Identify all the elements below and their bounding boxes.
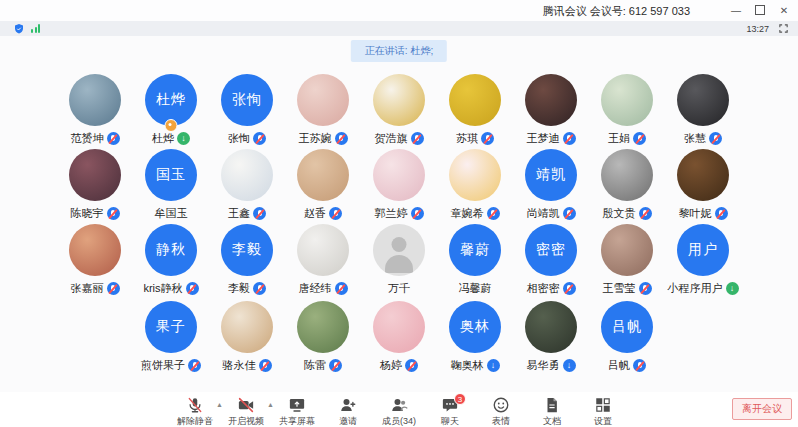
participant-tile[interactable]: 苏琪 — [437, 74, 513, 149]
participant-name: 王鑫 — [228, 206, 250, 221]
members-icon — [390, 396, 408, 414]
participant-tile[interactable]: 章婉希 — [437, 149, 513, 224]
avatar-initials: 吕帆 — [601, 301, 653, 353]
toolbar-item-share-screen[interactable]: 共享屏幕 — [278, 396, 316, 427]
participant-name: 贺浩旗 — [375, 131, 408, 146]
participant-nameline: 章婉希 — [451, 206, 500, 221]
participant-tile[interactable]: 杜烨杜烨 — [133, 74, 209, 149]
participant-tile[interactable]: 赵香 — [285, 149, 361, 224]
toolbar-item-label: 表情 — [492, 415, 510, 427]
mic-muted-icon — [487, 207, 500, 220]
participant-tile[interactable]: 用户小程序用户 — [665, 224, 741, 299]
restore-button[interactable] — [748, 0, 772, 20]
participant-name: 王雪莹 — [603, 281, 636, 296]
participant-name: 煎饼果子 — [141, 358, 185, 373]
toolbar-item-chat[interactable]: 3聊天 — [431, 396, 469, 427]
participant-name: 李毅 — [228, 281, 250, 296]
mic-active-icon — [563, 359, 576, 372]
participant-tile[interactable]: 馨蔚冯馨蔚 — [437, 224, 513, 299]
participant-tile[interactable]: 范赟坤 — [57, 74, 133, 149]
participant-tile[interactable]: 吕帆吕帆 — [589, 301, 665, 376]
toolbar-item-document[interactable]: 文档 — [533, 396, 571, 427]
fullscreen-icon[interactable] — [778, 23, 789, 34]
participant-tile[interactable]: 陈雷 — [285, 301, 361, 376]
participant-name: 张恂 — [228, 131, 250, 146]
participant-nameline: 尚靖凯 — [527, 206, 576, 221]
avatar-initials: 奥林 — [449, 301, 501, 353]
participant-tile[interactable]: 靖凯尚靖凯 — [513, 149, 589, 224]
participant-name: 赵香 — [304, 206, 326, 221]
leave-meeting-button[interactable]: 离开会议 — [732, 398, 792, 420]
participant-tile[interactable]: 王雪莹 — [589, 224, 665, 299]
participant-tile[interactable]: 万千 — [361, 224, 437, 299]
minimize-button[interactable]: — — [724, 0, 748, 20]
participant-nameline: 煎饼果子 — [141, 358, 201, 373]
emoji-icon — [492, 396, 510, 414]
participant-tile[interactable]: 王苏婉 — [285, 74, 361, 149]
toolbar-item-members[interactable]: 成员(34) — [380, 396, 418, 427]
meeting-window: 腾讯会议 会议号: 612 597 033 — ✕ 13:27 正在讲话: 杜烨… — [0, 0, 798, 427]
participant-tile[interactable]: 王梦迪 — [513, 74, 589, 149]
mic-muted-icon — [259, 359, 272, 372]
chevron-up-icon[interactable]: ▲ — [216, 401, 223, 408]
participant-tile[interactable]: 果子煎饼果子 — [133, 301, 209, 376]
participant-tile[interactable]: 密密相密密 — [513, 224, 589, 299]
toolbar-item-label: 成员(34) — [382, 415, 416, 427]
statusbar: 13:27 — [0, 21, 798, 36]
participant-nameline: 杜烨 — [152, 131, 190, 146]
mic-muted-icon — [329, 359, 342, 372]
participant-tile[interactable]: 唐经纬 — [285, 224, 361, 299]
toolbar-item-label: 聊天 — [441, 415, 459, 427]
shield-icon[interactable] — [13, 23, 25, 35]
participant-tile[interactable]: 贺浩旗 — [361, 74, 437, 149]
participant-tile[interactable]: 张嘉丽 — [57, 224, 133, 299]
close-button[interactable]: ✕ — [772, 0, 796, 20]
participant-tile[interactable]: 国玉牟国玉 — [133, 149, 209, 224]
participant-tile[interactable]: 殷文贵 — [589, 149, 665, 224]
participant-tile[interactable]: 奥林鞠奥林 — [437, 301, 513, 376]
participant-name: 郭兰婷 — [375, 206, 408, 221]
participant-tile[interactable]: 杨婷 — [361, 301, 437, 376]
participant-tile[interactable]: 张恂张恂 — [209, 74, 285, 149]
participant-nameline: 易华勇 — [527, 358, 576, 373]
toolbar-item-mic-off[interactable]: ▲解除静音 — [176, 396, 214, 427]
avatar-photo — [525, 301, 577, 353]
participant-tile[interactable]: 郭兰婷 — [361, 149, 437, 224]
toolbar-item-invite[interactable]: 邀请 — [329, 396, 367, 427]
avatar-photo — [373, 301, 425, 353]
mic-muted-icon — [563, 207, 576, 220]
mic-muted-icon — [107, 132, 120, 145]
toolbar-item-label: 共享屏幕 — [279, 415, 315, 427]
participant-nameline: 王娟 — [608, 131, 646, 146]
window-controls: — ✕ — [724, 0, 796, 20]
participant-nameline: 张恂 — [228, 131, 266, 146]
toolbar-item-apps[interactable]: 设置 — [584, 396, 622, 427]
toolbar-item-camera-off[interactable]: ▲开启视频 — [227, 396, 265, 427]
participant-nameline: 贺浩旗 — [375, 131, 424, 146]
participant-tile[interactable]: 王娟 — [589, 74, 665, 149]
participant-tile[interactable]: 易华勇 — [513, 301, 589, 376]
participant-tile[interactable]: 李毅李毅 — [209, 224, 285, 299]
participant-tile[interactable]: 陈晓宇 — [57, 149, 133, 224]
participant-nameline: 黎叶妮 — [679, 206, 728, 221]
participant-nameline: 王梦迪 — [527, 131, 576, 146]
mic-muted-icon — [186, 282, 199, 295]
network-signal-icon[interactable] — [31, 24, 40, 33]
toolbar-item-label: 设置 — [594, 415, 612, 427]
participant-tile[interactable]: 骆永佳 — [209, 301, 285, 376]
participant-nameline: 吕帆 — [608, 358, 646, 373]
toolbar-item-emoji[interactable]: 表情 — [482, 396, 520, 427]
avatar-photo — [677, 149, 729, 201]
participant-tile[interactable]: 静秋kris静秋 — [133, 224, 209, 299]
participant-name: 陈雷 — [304, 358, 326, 373]
participant-name: 小程序用户 — [668, 281, 723, 296]
participant-tile[interactable]: 张慧 — [665, 74, 741, 149]
participant-name: 陈晓宇 — [71, 206, 104, 221]
mic-muted-icon — [563, 282, 576, 295]
participant-tile[interactable]: 黎叶妮 — [665, 149, 741, 224]
chevron-up-icon[interactable]: ▲ — [267, 401, 274, 408]
clock-time: 13:27 — [746, 24, 769, 34]
participant-tile[interactable]: 王鑫 — [209, 149, 285, 224]
avatar-photo — [69, 149, 121, 201]
participant-name: 王梦迪 — [527, 131, 560, 146]
